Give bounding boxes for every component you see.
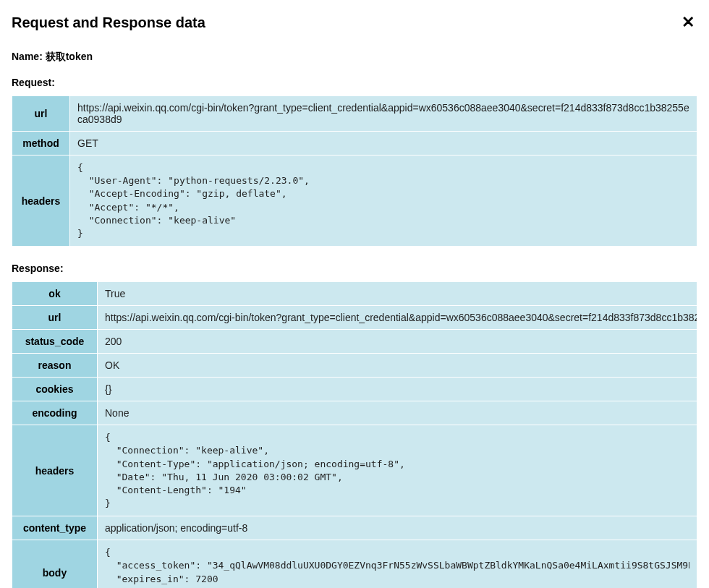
table-row: ok True [12,282,697,306]
table-row: headers { "Connection": "keep-alive", "C… [12,425,697,516]
response-row-value-content-type: application/json; encoding=utf-8 [98,516,697,540]
name-label: Name: [12,51,43,62]
response-row-key-content-type: content_type [12,516,98,540]
response-row-key-url: url [12,306,98,330]
table-row: status_code 200 [12,330,697,354]
request-row-value-headers: { "User-Agent": "python-requests/2.23.0"… [70,155,697,247]
header: Request and Response data ✕ [12,12,697,33]
request-row-key-headers: headers [12,155,70,247]
table-row: reason OK [12,354,697,378]
name-line: Name: 获取token [12,51,697,64]
response-row-value-url: https://api.weixin.qq.com/cgi-bin/token?… [98,306,697,330]
table-row: cookies {} [12,378,697,401]
response-row-value-reason: OK [98,354,697,378]
table-row: encoding None [12,401,697,425]
response-row-value-ok: True [98,282,697,306]
response-row-value-status-code: 200 [98,330,697,354]
request-headers-pre: { "User-Agent": "python-requests/2.23.0"… [77,161,689,240]
table-row: url https://api.weixin.qq.com/cgi-bin/to… [12,306,697,330]
request-row-key-method: method [12,132,70,155]
response-table: ok True url https://api.weixin.qq.com/cg… [12,281,697,588]
response-row-key-status-code: status_code [12,330,98,354]
table-row: method GET [12,132,697,155]
request-row-key-url: url [12,96,70,132]
response-row-key-ok: ok [12,282,98,306]
response-row-value-encoding: None [98,401,697,425]
request-row-value-method: GET [70,132,697,155]
response-row-value-headers: { "Connection": "keep-alive", "Content-T… [98,425,697,516]
name-value: 获取token [46,51,93,62]
response-headers-pre: { "Connection": "keep-alive", "Content-T… [105,431,689,510]
response-row-value-body: { "access_token": "34_qQlAwVM08ddluUXU0D… [98,540,697,588]
close-icon[interactable]: ✕ [679,12,697,33]
table-row: url https://api.weixin.qq.com/cgi-bin/to… [12,96,697,132]
response-body-pre: { "access_token": "34_qQlAwVM08ddluUXU0D… [105,546,689,588]
table-row: body { "access_token": "34_qQlAwVM08ddlu… [12,540,697,588]
response-row-key-headers: headers [12,425,98,516]
page-title: Request and Response data [12,14,205,31]
table-row: headers { "User-Agent": "python-requests… [12,155,697,247]
response-row-value-cookies: {} [98,378,697,401]
response-section-label: Response: [12,263,697,274]
request-row-value-url: https://api.weixin.qq.com/cgi-bin/token?… [70,96,697,132]
response-row-key-encoding: encoding [12,401,98,425]
request-table: url https://api.weixin.qq.com/cgi-bin/to… [12,95,697,247]
response-row-key-reason: reason [12,354,98,378]
request-section-label: Request: [12,77,697,88]
response-row-key-cookies: cookies [12,378,98,401]
response-row-key-body: body [12,540,98,588]
table-row: content_type application/json; encoding=… [12,516,697,540]
